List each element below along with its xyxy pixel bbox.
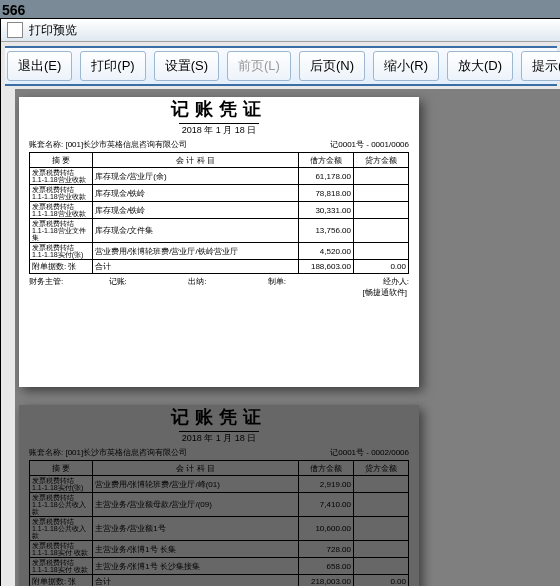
- table-row: 发票税费转结1.1-1.18营业文件集库存现金/文件集13,756.00: [30, 219, 409, 243]
- setup-button[interactable]: 设置(S): [154, 51, 219, 81]
- table-row: 发票税费转结1.1-1.18营业收款库存现金/营业厅(余)61,178.00: [30, 168, 409, 185]
- table-row: 发票税费转结1.1-1.18营业收款库存现金/铁岭30,331.00: [30, 202, 409, 219]
- table-row: 发票税费转结1.1-1.18实付(张)营业费用/张博轮班费/营业厅/峰(01)2…: [30, 476, 409, 493]
- print-button[interactable]: 打印(P): [80, 51, 145, 81]
- table-row: 发票税费转结1.1-1.18实付(张)营业费用/张博轮班费/营业厅/铁岭营业厅4…: [30, 243, 409, 260]
- preview-area[interactable]: 记账凭证2018 年 1 月 18 日账套名称: [001]长沙市英格信息咨询有…: [15, 89, 560, 586]
- footer-row: 财务主管:记账:出纳:制单:经办人:: [19, 276, 419, 287]
- exit-button[interactable]: 退出(E): [7, 51, 72, 81]
- voucher-no: 记0001号 - 0001/0006: [330, 139, 409, 150]
- app-icon: [7, 22, 23, 38]
- voucher-table: 摘 要会 计 科 目借方金额贷方金额发票税费转结1.1-1.18营业收款库存现金…: [29, 152, 409, 274]
- table-row: 发票税费转结1.1-1.18实付 收款主营业务/张博1号 长集728.00: [30, 541, 409, 558]
- table-row: 发票税费转结1.1-1.18公共收入款主营业务/营业额母款/营业厅/(09)7,…: [30, 493, 409, 517]
- total-row: 附单据数: 张合计188,603.000.00: [30, 260, 409, 274]
- main-window: 打印预览 退出(E) 打印(P) 设置(S) 前页(L) 后页(N) 缩小(R)…: [0, 18, 560, 586]
- voucher-date: 2018 年 1 月 18 日: [179, 123, 259, 137]
- voucher-page-1: 记账凭证2018 年 1 月 18 日账套名称: [001]长沙市英格信息咨询有…: [19, 97, 419, 387]
- hint-button[interactable]: 提示(H): [521, 51, 560, 81]
- voucher-page-2: 记账凭证2018 年 1 月 18 日账套名称: [001]长沙市英格信息咨询有…: [19, 405, 419, 586]
- company-label: 账套名称: [001]长沙市英格信息咨询有限公司: [29, 139, 330, 150]
- voucher-title: 记账凭证: [19, 97, 419, 121]
- table-row: 发票税费转结1.1-1.18实付 收款主营业务/张博1号 长沙集接集658.00: [30, 558, 409, 575]
- window-title: 打印预览: [29, 22, 77, 39]
- next-page-button[interactable]: 后页(N): [299, 51, 365, 81]
- voucher-no: 记0001号 - 0002/0006: [330, 447, 409, 458]
- prev-page-button: 前页(L): [227, 51, 291, 81]
- company-label: 账套名称: [001]长沙市英格信息咨询有限公司: [29, 447, 330, 458]
- voucher-date: 2018 年 1 月 18 日: [179, 431, 259, 445]
- voucher-table: 摘 要会 计 科 目借方金额贷方金额发票税费转结1.1-1.18实付(张)营业费…: [29, 460, 409, 586]
- zoom-in-button[interactable]: 放大(D): [447, 51, 513, 81]
- title-bar: 打印预览: [1, 19, 560, 42]
- toolbar: 退出(E) 打印(P) 设置(S) 前页(L) 后页(N) 缩小(R) 放大(D…: [5, 46, 557, 86]
- total-row: 附单据数: 张合计218,003.000.00: [30, 575, 409, 587]
- voucher-title: 记账凭证: [19, 405, 419, 429]
- table-row: 发票税费转结1.1-1.18公共收入款主营业务/营业额1号10,600.00: [30, 517, 409, 541]
- software-hint: [畅捷通软件]: [19, 287, 419, 298]
- dim-badge: 566: [2, 2, 25, 18]
- table-row: 发票税费转结1.1-1.18营业收款库存现金/铁岭78,818.00: [30, 185, 409, 202]
- zoom-out-button[interactable]: 缩小(R): [373, 51, 439, 81]
